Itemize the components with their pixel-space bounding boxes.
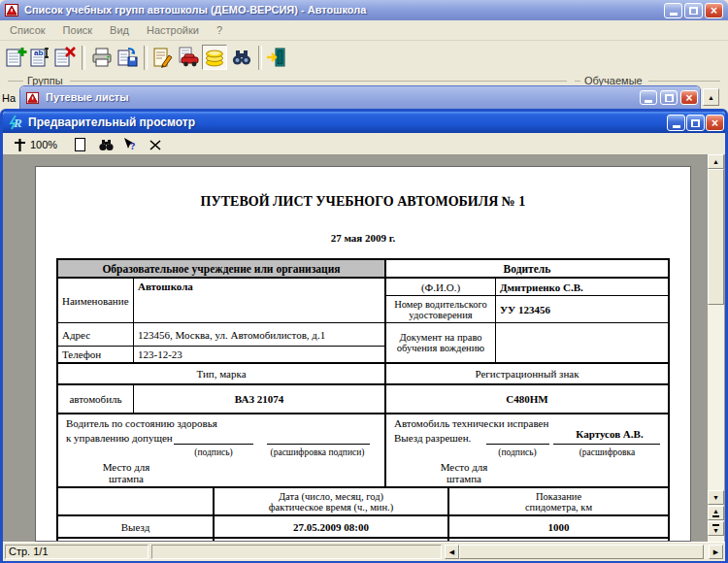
maximize-glyph <box>689 7 698 15</box>
print-button[interactable] <box>89 45 115 70</box>
phone-label-cell: Телефон <box>58 347 134 364</box>
main-close-button[interactable]: × <box>705 3 723 18</box>
minimize-glyph <box>670 13 678 16</box>
license-label-cell: Номер водительского удостоверения <box>386 296 496 323</box>
menu-vid[interactable]: Вид <box>108 21 131 39</box>
trip-date-header-cell: Дата (число, месяц, год) фактическое вре… <box>215 488 449 516</box>
find-button[interactable] <box>229 45 254 70</box>
up-triangle: ▲ <box>712 508 719 514</box>
main-minimize-button[interactable] <box>664 3 682 18</box>
add-record-button[interactable] <box>4 45 29 70</box>
main-titlebar[interactable]: Список учебных групп автошколы (ДЕМО-ВЕР… <box>0 0 728 20</box>
signature-decode-line <box>267 442 370 445</box>
waybills-close-button[interactable]: × <box>680 90 698 105</box>
fastreport-icon: R <box>9 115 24 130</box>
page-indicator-panel: Стр. 1/1 <box>5 545 149 559</box>
toolbar-separator <box>144 46 148 70</box>
menu-poisk[interactable]: Поиск <box>61 21 94 39</box>
permit-value-cell <box>496 323 668 364</box>
page-bar <box>712 515 719 517</box>
preview-window-title: Предварительный просмотр <box>28 116 513 129</box>
toolbar-separator <box>258 46 262 70</box>
binoculars-icon <box>230 46 253 69</box>
exit-door-icon <box>265 46 288 69</box>
zoom-tool-button[interactable] <box>11 136 28 153</box>
signature-label-right: (подпись) <box>479 447 556 457</box>
main-menubar: Список Поиск Вид Настройки ? <box>0 20 728 41</box>
help-button[interactable]: ? <box>119 136 139 153</box>
driver-header-cell: Водитель <box>386 260 668 279</box>
close-glyph: × <box>711 117 718 129</box>
delete-record-button[interactable] <box>52 45 78 70</box>
vscroll-thumb[interactable] <box>708 169 724 305</box>
car-waybill-icon <box>177 46 200 69</box>
approver-name: Картусов А.В. <box>559 427 660 440</box>
main-window-title: Список учебных групп автошколы (ДЕМО-ВЕР… <box>24 4 636 16</box>
close-glyph: × <box>685 92 692 104</box>
fio-label-cell: (Ф.И.О.) <box>386 279 496 296</box>
waybills-button[interactable] <box>176 45 201 70</box>
journal-button[interactable] <box>149 45 175 70</box>
trip-speedo-header-cell: Показание спидометра, км <box>449 488 668 516</box>
close-x-icon <box>149 138 162 151</box>
groupbox-border <box>70 81 567 82</box>
payments-button[interactable] <box>202 45 227 70</box>
org-header-cell: Образовательное учреждение или организац… <box>58 260 386 279</box>
zoom-scale-icon <box>13 138 27 152</box>
preview-minimize-button[interactable] <box>667 115 685 131</box>
main-scroll-up-button[interactable]: ▲ <box>703 88 719 106</box>
vscroll-prev-page-button[interactable]: ▲ <box>708 506 724 520</box>
menu-spisok[interactable]: Список <box>8 21 48 39</box>
preview-vscrollbar[interactable]: ▲ ▼ ▲ ▼ <box>708 154 724 542</box>
preview-find-button[interactable] <box>96 136 116 153</box>
waybills-minimize-button[interactable] <box>640 90 657 105</box>
hscroll-left-button[interactable]: ◀ <box>445 545 459 559</box>
export-button[interactable] <box>115 45 140 70</box>
vscroll-next-page-button[interactable]: ▼ <box>708 521 724 536</box>
minimize-glyph <box>673 125 680 128</box>
phone-value-cell: 123-12-23 <box>134 347 386 364</box>
preview-close-tool-button[interactable] <box>147 136 164 153</box>
decode-short-label: (расшифровка <box>561 447 653 457</box>
binoculars-find-icon <box>98 138 115 152</box>
zoom-level-label[interactable]: 100% <box>30 136 57 153</box>
preview-hscrollbar[interactable]: ◀ ▶ <box>445 545 723 559</box>
page-indicator: Стр. 1/1 <box>6 546 148 558</box>
edit-record-icon: ab <box>29 46 52 69</box>
license-value-cell: УУ 123456 <box>496 296 668 323</box>
groupbox-border <box>575 81 580 82</box>
exit-button[interactable] <box>264 45 289 70</box>
doc-date: 27 мая 2009 г. <box>56 231 670 245</box>
page-setup-button[interactable] <box>71 136 88 153</box>
hscroll-right-button[interactable]: ▶ <box>709 545 723 559</box>
doc-title: ПУТЕВОЙ ЛИСТ УЧЕБНОГО АВТОМОБИЛЯ № 1 <box>56 193 670 211</box>
preview-close-button[interactable]: × <box>706 115 724 131</box>
fio-value-cell: Дмитриенко С.В. <box>496 279 668 296</box>
waybills-maximize-button[interactable] <box>660 90 678 105</box>
delete-record-icon <box>53 46 77 69</box>
stamp-place-right: Место для штампа <box>415 459 513 486</box>
page-bar <box>712 524 719 526</box>
approver-line <box>553 442 660 445</box>
main-maximize-button[interactable] <box>684 3 703 18</box>
reg-header-cell: Регистрационный знак <box>386 364 668 385</box>
menu-nastroyki[interactable]: Настройки <box>145 21 201 39</box>
menu-help[interactable]: ? <box>215 21 224 39</box>
add-record-icon <box>5 46 28 69</box>
preview-maximize-button[interactable] <box>686 115 705 131</box>
signature-line <box>174 442 253 445</box>
close-glyph: × <box>711 5 717 17</box>
hscroll-thumb[interactable] <box>459 545 704 559</box>
vehicle-label-cell: автомобиль <box>58 385 134 414</box>
vscroll-up-button[interactable]: ▲ <box>708 154 724 169</box>
maximize-glyph <box>691 119 700 127</box>
vscroll-down-button[interactable]: ▼ <box>708 490 724 505</box>
health-signature-cell: Водитель по состоянию здоровья к управле… <box>58 414 386 488</box>
svg-text:ab: ab <box>34 49 43 57</box>
name-value-cell: Автошкола <box>134 279 386 323</box>
printer-icon <box>90 46 114 69</box>
reg-value-cell: С480НМ <box>386 385 668 414</box>
clipped-column-label: На <box>2 92 16 104</box>
edit-record-button[interactable]: ab <box>28 45 53 70</box>
preview-titlebar[interactable]: R Предварительный просмотр × <box>3 112 725 133</box>
